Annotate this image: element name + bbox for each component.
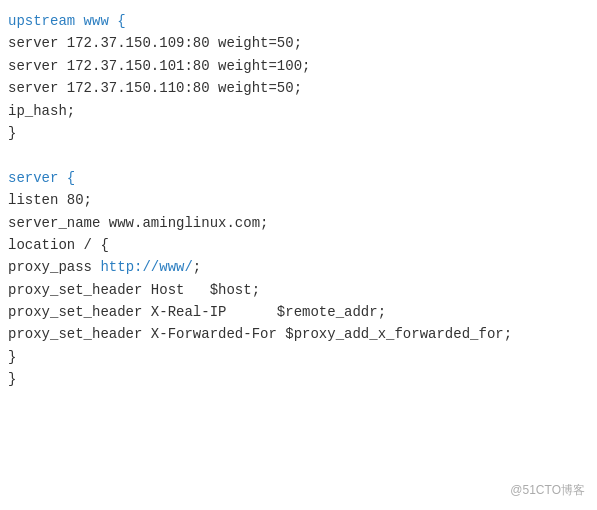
code-line-15: proxy_set_header X-Forwarded-For $proxy_… <box>8 323 589 345</box>
code-line-13: proxy_set_header Host $host; <box>8 279 589 301</box>
code-line-8: server { <box>8 167 589 189</box>
code-line-10: server_name www.aminglinux.com; <box>8 212 589 234</box>
code-line-16: } <box>8 346 589 368</box>
code-line-6: } <box>8 122 589 144</box>
code-line-3: server 172.37.150.101:80 weight=100; <box>8 55 589 77</box>
keyword: server { <box>8 170 75 186</box>
code-line-1: upstream www { <box>8 10 589 32</box>
code-line-4: server 172.37.150.110:80 weight=50; <box>8 77 589 99</box>
code-line-5: ip_hash; <box>8 100 589 122</box>
code-line-9: listen 80; <box>8 189 589 211</box>
code-line-12: proxy_pass http://www/; <box>8 256 589 278</box>
code-line-17: } <box>8 368 589 390</box>
code-block: upstream www { server 172.37.150.109:80 … <box>0 0 597 401</box>
keyword: upstream www { <box>8 13 126 29</box>
watermark: @51CTO博客 <box>510 481 585 500</box>
code-line-2: server 172.37.150.109:80 weight=50; <box>8 32 589 54</box>
url-link: http://www/ <box>100 259 192 275</box>
code-line-14: proxy_set_header X-Real-IP $remote_addr; <box>8 301 589 323</box>
code-line-11: location / { <box>8 234 589 256</box>
code-line-7 <box>8 144 589 166</box>
